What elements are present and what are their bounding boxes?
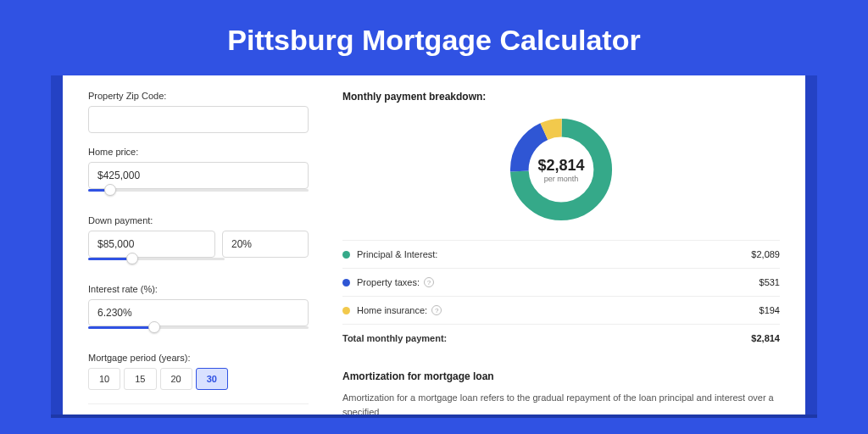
total-amount: $2,814 xyxy=(751,333,780,343)
rate-section: Interest rate (%): xyxy=(88,284,309,339)
breakdown-header: Monthly payment breakdown: xyxy=(342,91,780,103)
down-percent-input[interactable] xyxy=(222,231,309,258)
legend-amount: $2,089 xyxy=(751,249,780,259)
period-tabs: 10 15 20 30 xyxy=(88,368,309,390)
monthly-payment-donut: $2,814 per month xyxy=(506,114,616,225)
down-payment-slider[interactable] xyxy=(88,257,225,270)
rate-label: Interest rate (%): xyxy=(88,284,309,294)
amort-text: Amortization for a mortgage loan refers … xyxy=(342,391,780,415)
legend-taxes: Property taxes:? $531 xyxy=(342,268,780,296)
amortization-section: Amortization for mortgage loan Amortizat… xyxy=(342,370,780,415)
divider xyxy=(88,403,309,404)
donut-wrap: $2,814 per month xyxy=(342,114,780,225)
period-tab-20[interactable]: 20 xyxy=(160,368,192,390)
period-label: Mortgage period (years): xyxy=(88,353,309,363)
zip-label: Property Zip Code: xyxy=(88,91,309,101)
period-tab-30[interactable]: 30 xyxy=(196,368,228,390)
home-price-input[interactable] xyxy=(88,162,309,189)
donut-value: $2,814 xyxy=(537,157,584,175)
donut-center: $2,814 per month xyxy=(537,157,584,183)
period-tab-10[interactable]: 10 xyxy=(88,368,120,390)
dot-icon xyxy=(342,251,350,259)
home-price-section: Home price: xyxy=(88,147,309,202)
rate-slider[interactable] xyxy=(88,326,309,339)
legend-label: Home insurance:? xyxy=(357,305,760,315)
dot-icon xyxy=(342,307,350,314)
total-label: Total monthly payment: xyxy=(342,333,751,343)
period-section: Mortgage period (years): 10 15 20 30 xyxy=(88,353,309,390)
rate-input[interactable] xyxy=(88,299,309,326)
page-title: Pittsburg Mortgage Calculator xyxy=(0,0,868,75)
legend-label: Principal & Interest: xyxy=(357,249,751,259)
legend-insurance: Home insurance:? $194 xyxy=(342,296,780,324)
donut-sub: per month xyxy=(537,175,584,183)
down-amount-input[interactable] xyxy=(88,231,215,258)
down-payment-label: Down payment: xyxy=(88,215,309,225)
calculator-card: Property Zip Code: Home price: Down paym… xyxy=(63,75,805,415)
card-shadow-wrap: Property Zip Code: Home price: Down paym… xyxy=(51,75,817,415)
amort-header: Amortization for mortgage loan xyxy=(342,370,780,382)
home-price-slider[interactable] xyxy=(88,188,309,202)
help-icon[interactable]: ? xyxy=(424,277,434,287)
zip-input[interactable] xyxy=(88,106,309,133)
down-payment-section: Down payment: xyxy=(88,215,309,270)
zip-section: Property Zip Code: xyxy=(88,91,309,133)
period-tab-15[interactable]: 15 xyxy=(124,368,156,390)
help-icon[interactable]: ? xyxy=(431,305,442,315)
legend-total: Total monthly payment: $2,814 xyxy=(342,324,780,352)
inputs-panel: Property Zip Code: Home price: Down paym… xyxy=(88,91,309,399)
home-price-label: Home price: xyxy=(88,147,309,157)
dot-icon xyxy=(342,279,350,287)
legend-label: Property taxes:? xyxy=(357,277,760,287)
legend-amount: $531 xyxy=(760,277,780,287)
legend-principal: Principal & Interest: $2,089 xyxy=(342,240,780,268)
legend-amount: $194 xyxy=(760,305,780,315)
breakdown-panel: Monthly payment breakdown: $2,814 per mo… xyxy=(342,91,780,399)
